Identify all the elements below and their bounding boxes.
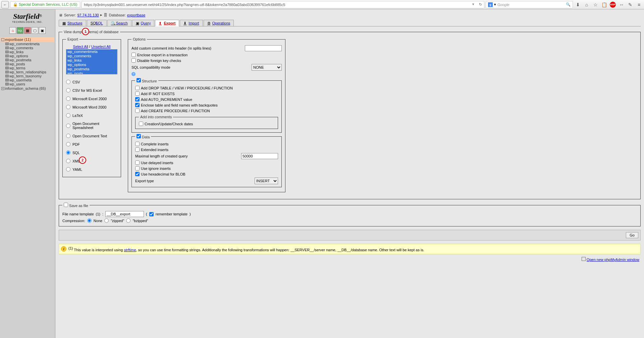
sidebar-table-item[interactable]: wp_options xyxy=(5,54,54,58)
format-option-latex[interactable]: LaTeX xyxy=(66,111,117,120)
sb-query-icon[interactable]: ▣ xyxy=(39,27,46,34)
reload-icon[interactable]: ↻ xyxy=(479,2,482,7)
sidebar-db-exportbase[interactable]: -exportbase (11) xyxy=(1,37,54,42)
sidebar-table-item[interactable]: wp_commentmeta xyxy=(5,42,54,46)
complete-inserts-checkbox[interactable] xyxy=(135,142,140,146)
format-option-yaml[interactable]: YAML xyxy=(66,165,117,174)
use-delayed-checkbox[interactable] xyxy=(135,160,140,165)
search-icon[interactable]: 🔍 xyxy=(566,2,571,7)
disable-fk-checkbox[interactable] xyxy=(131,58,136,63)
enclose-backquote-checkbox[interactable] xyxy=(135,103,140,107)
tab-structure[interactable]: ▦Structure xyxy=(59,20,86,26)
creation-dates-checkbox[interactable] xyxy=(139,122,143,126)
add-createproc-checkbox[interactable] xyxy=(135,109,140,113)
sidebar-table-item[interactable]: wp_terms xyxy=(5,66,54,70)
multiselect-option[interactable]: wp_posts xyxy=(66,71,117,74)
tab-search[interactable]: 🔍Search xyxy=(107,20,131,26)
multiselect-option[interactable]: wp_options xyxy=(66,63,117,67)
wand-icon[interactable]: ✎ xyxy=(627,1,634,8)
format-radio[interactable] xyxy=(66,124,70,128)
select-all-link[interactable]: Select All xyxy=(73,45,88,49)
dropdown-icon[interactable]: ▾ xyxy=(472,2,478,7)
add-autoinc-checkbox[interactable] xyxy=(135,97,140,102)
maxlength-input[interactable] xyxy=(241,153,278,159)
format-option-csv[interactable]: CSV xyxy=(66,78,117,86)
menu-icon[interactable]: ≡ xyxy=(635,1,643,8)
bookmark-icon[interactable]: ☆ xyxy=(592,1,599,8)
sb-home-icon[interactable]: ⌂ xyxy=(9,27,16,34)
strftime-link[interactable]: strftime xyxy=(124,248,136,252)
format-radio[interactable] xyxy=(66,142,70,146)
format-radio[interactable] xyxy=(66,80,70,84)
format-radio[interactable] xyxy=(66,113,70,118)
sql-compat-select[interactable]: NONE xyxy=(252,64,282,71)
tab-export[interactable]: ⬆Export xyxy=(155,20,179,26)
db-link[interactable]: exportbase xyxy=(127,13,145,17)
enclose-transaction-checkbox[interactable] xyxy=(131,53,136,57)
clipboard-icon[interactable]: 📋 xyxy=(600,1,608,8)
format-option-csv-for-ms-excel[interactable]: CSV for MS Excel xyxy=(66,86,117,94)
search-box[interactable]: g▾ Google🔍 xyxy=(486,1,573,8)
sidebar-table-item[interactable]: wp_users xyxy=(5,82,54,86)
back-button[interactable]: ← xyxy=(1,1,9,8)
multiselect-option[interactable]: wp_comments xyxy=(66,54,117,58)
url-bar[interactable]: https://p3nlmysqladm001.secureserver.net… xyxy=(82,1,484,8)
server-link[interactable]: 97.74.31.130 xyxy=(77,13,99,17)
arrows-icon[interactable]: ↔ xyxy=(618,1,625,8)
format-option-xml[interactable]: XML xyxy=(66,157,117,165)
sidebar-table-item[interactable]: wp_term_taxonomy xyxy=(5,74,54,78)
format-radio[interactable] xyxy=(66,88,70,92)
use-hex-checkbox[interactable] xyxy=(135,172,140,176)
download-icon[interactable]: ⬇ xyxy=(574,1,582,8)
sb-doc-icon[interactable]: ▢ xyxy=(32,27,38,34)
sidebar-table-item[interactable]: wp_posts xyxy=(5,62,54,66)
compression-bzipped-radio[interactable] xyxy=(126,218,130,223)
multiselect-option[interactable]: wp_postmeta xyxy=(66,67,117,71)
format-option-microsoft-excel-2000[interactable]: Microsoft Excel 2000 xyxy=(66,94,117,103)
sb-cal-icon[interactable]: ▦ xyxy=(24,27,31,34)
multiselect-option[interactable]: wp_commentmeta xyxy=(66,50,117,54)
format-radio[interactable] xyxy=(66,134,70,138)
format-option-open-document-text[interactable]: Open Document Text xyxy=(66,132,117,140)
custom-comment-input[interactable] xyxy=(245,45,282,51)
sidebar-db-information-schema[interactable]: +information_schema (65) xyxy=(1,86,54,91)
save-as-file-checkbox[interactable] xyxy=(64,203,68,207)
format-radio[interactable] xyxy=(66,150,70,155)
table-multiselect[interactable]: wp_commentmetawp_commentswp_linkswp_opti… xyxy=(66,49,117,74)
structure-checkbox[interactable] xyxy=(137,78,141,82)
sidebar-table-item[interactable]: wp_comments xyxy=(5,46,54,50)
add-drop-checkbox[interactable] xyxy=(135,86,140,90)
tab-operations[interactable]: ⚙Operations xyxy=(204,20,234,26)
add-ifnotexists-checkbox[interactable] xyxy=(135,91,140,96)
format-radio[interactable] xyxy=(66,96,70,101)
export-type-select[interactable]: INSERT xyxy=(255,178,278,184)
extended-inserts-checkbox[interactable] xyxy=(135,147,140,152)
multiselect-option[interactable]: wp_links xyxy=(66,58,117,63)
compression-none-radio[interactable] xyxy=(87,218,92,223)
ssl-identity[interactable]: 🔒 Special Domain Services, LLC (US) xyxy=(10,1,80,8)
format-option-pdf[interactable]: PDF xyxy=(66,140,117,148)
open-new-window-link[interactable]: Open new phpMyAdmin window xyxy=(587,258,639,262)
format-option-sql[interactable]: SQL xyxy=(66,148,117,157)
sidebar-table-item[interactable]: wp_links xyxy=(5,50,54,54)
format-option-open-document-spreadsheet[interactable]: Open Document Spreadsheet xyxy=(66,120,117,132)
help-icon[interactable]: ? xyxy=(131,72,136,76)
sidebar-table-item[interactable]: wp_term_relationships xyxy=(5,70,54,74)
format-option-microsoft-word-2000[interactable]: Microsoft Word 2000 xyxy=(66,103,117,111)
remember-template-checkbox[interactable] xyxy=(149,212,154,216)
go-button[interactable]: Go xyxy=(626,232,638,238)
format-radio[interactable] xyxy=(66,167,70,172)
use-ignore-checkbox[interactable] xyxy=(135,166,140,171)
tab-sql[interactable]: SQLSQL xyxy=(87,20,107,26)
tab-import[interactable]: ⬇Import xyxy=(180,20,203,26)
sb-sql-icon[interactable]: SQL xyxy=(17,27,23,34)
compression-zipped-radio[interactable] xyxy=(104,218,109,223)
filename-input[interactable] xyxy=(105,211,144,217)
abp-icon[interactable]: ABP xyxy=(609,1,616,8)
home-icon[interactable]: ⌂ xyxy=(583,1,590,8)
unselect-all-link[interactable]: Unselect All xyxy=(91,45,110,49)
tab-query[interactable]: ▣Query xyxy=(132,20,155,26)
sidebar-table-item[interactable]: wp_usermeta xyxy=(5,78,54,82)
format-radio[interactable] xyxy=(66,105,70,109)
sidebar-table-item[interactable]: wp_postmeta xyxy=(5,58,54,62)
